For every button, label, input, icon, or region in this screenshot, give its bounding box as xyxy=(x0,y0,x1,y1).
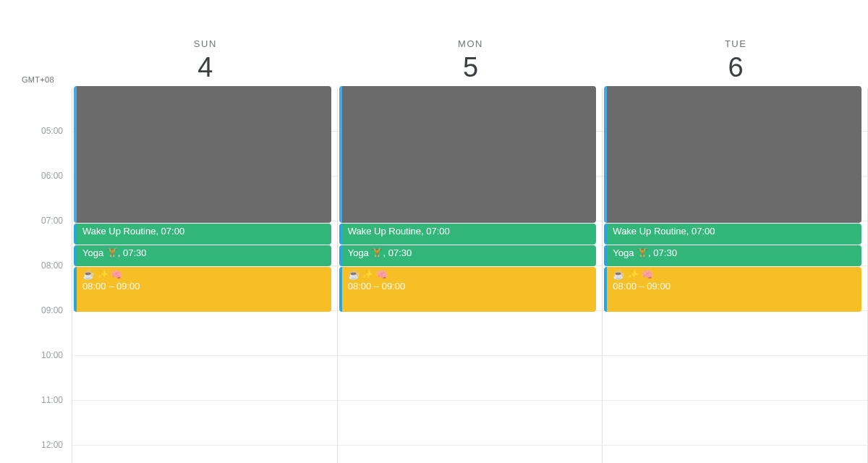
event-title: Wake Up Routine, 07:00 xyxy=(613,226,856,237)
calendar-event-yoga[interactable]: Yoga 🏋️, 07:30 xyxy=(339,245,597,266)
day-name-label: MON xyxy=(458,38,483,49)
event-title: Yoga 🏋️, 07:30 xyxy=(613,247,856,259)
event-title: Wake Up Routine, 07:00 xyxy=(348,226,591,237)
hour-gridline xyxy=(338,400,603,401)
hour-gridline xyxy=(603,445,867,446)
calendar-event-sleep-block[interactable] xyxy=(74,86,331,223)
hour-gridline xyxy=(338,445,603,446)
event-title: ☕ ✨ 🧠 xyxy=(348,269,591,281)
hour-gridline xyxy=(603,400,867,401)
hour-label: 09:00 xyxy=(41,305,63,315)
event-time: 08:00 – 09:00 xyxy=(613,281,856,292)
event-time: 08:00 – 09:00 xyxy=(82,281,326,292)
hour-label: 07:00 xyxy=(41,216,63,226)
timezone-gutter: GMT+08 xyxy=(0,0,72,88)
time-gutter: 05:0006:0007:0008:0009:0010:0011:0012:00 xyxy=(0,88,72,463)
timezone-label: GMT+08 xyxy=(22,75,54,84)
event-title: Yoga 🏋️, 07:30 xyxy=(348,247,591,259)
day-column[interactable]: Wake Up Routine, 07:00Yoga 🏋️, 07:30☕ ✨ … xyxy=(338,88,603,463)
day-header[interactable]: MON5 xyxy=(338,0,603,88)
day-header[interactable]: TUE6 xyxy=(603,0,868,88)
day-number-label[interactable]: 4 xyxy=(197,54,213,81)
calendar-event-sleep-block[interactable] xyxy=(604,86,861,223)
calendar-event-wakeup[interactable]: Wake Up Routine, 07:00 xyxy=(339,224,597,245)
hour-gridline xyxy=(72,445,337,446)
event-title: ☕ ✨ 🧠 xyxy=(82,269,326,281)
event-title: ☕ ✨ 🧠 xyxy=(613,269,856,281)
hour-gridline xyxy=(603,355,867,356)
hour-gridline xyxy=(72,355,337,356)
hour-label: 08:00 xyxy=(41,260,63,271)
hour-gridline xyxy=(72,400,337,401)
calendar-week-view: GMT+08 SUN4MON5TUE6 05:0006:0007:0008:00… xyxy=(0,0,868,463)
day-name-label: SUN xyxy=(194,38,217,49)
hour-label: 11:00 xyxy=(41,395,63,405)
hour-label: 12:00 xyxy=(41,440,63,450)
hour-label: 10:00 xyxy=(41,350,63,360)
day-header[interactable]: SUN4 xyxy=(72,0,338,88)
day-column[interactable]: Wake Up Routine, 07:00Yoga 🏋️, 07:30☕ ✨ … xyxy=(603,88,868,463)
calendar-grid-body[interactable]: 05:0006:0007:0008:0009:0010:0011:0012:00… xyxy=(0,88,868,463)
calendar-event-sleep-block[interactable] xyxy=(339,86,597,223)
event-title: Yoga 🏋️, 07:30 xyxy=(82,247,326,259)
calendar-event-wakeup[interactable]: Wake Up Routine, 07:00 xyxy=(604,224,861,245)
calendar-event-coffee-brain[interactable]: ☕ ✨ 🧠08:00 – 09:00 xyxy=(339,267,597,312)
calendar-event-yoga[interactable]: Yoga 🏋️, 07:30 xyxy=(74,245,331,266)
calendar-event-coffee-brain[interactable]: ☕ ✨ 🧠08:00 – 09:00 xyxy=(604,267,861,312)
calendar-event-coffee-brain[interactable]: ☕ ✨ 🧠08:00 – 09:00 xyxy=(74,267,331,312)
hour-label: 06:00 xyxy=(41,171,63,181)
day-number-label[interactable]: 6 xyxy=(728,54,744,81)
hour-gridline xyxy=(338,355,603,356)
calendar-event-yoga[interactable]: Yoga 🏋️, 07:30 xyxy=(604,245,861,266)
event-title: Wake Up Routine, 07:00 xyxy=(82,226,326,237)
hour-label: 05:00 xyxy=(41,126,63,136)
calendar-event-wakeup[interactable]: Wake Up Routine, 07:00 xyxy=(74,224,331,245)
day-number-label[interactable]: 5 xyxy=(463,54,478,81)
day-column[interactable]: Wake Up Routine, 07:00Yoga 🏋️, 07:30☕ ✨ … xyxy=(72,88,338,463)
event-time: 08:00 – 09:00 xyxy=(348,281,591,292)
day-name-label: TUE xyxy=(725,38,747,49)
calendar-header-row: GMT+08 SUN4MON5TUE6 xyxy=(0,0,868,88)
